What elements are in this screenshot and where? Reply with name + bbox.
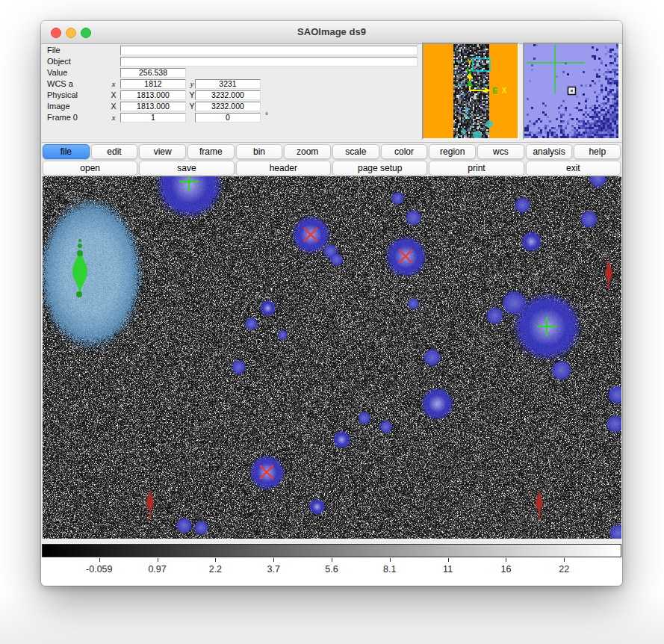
wcs-x-label: x: [109, 79, 118, 89]
object-field[interactable]: [120, 57, 418, 66]
colorbar-tick-mark: [564, 558, 565, 562]
exit-button[interactable]: exit: [526, 161, 621, 176]
menu-file[interactable]: file: [43, 144, 90, 159]
file-button-row: open save header page setup print exit: [43, 161, 621, 176]
menu-color[interactable]: color: [381, 144, 428, 159]
info-row-physical: Physical X 1813.000 Y 3232.000: [41, 90, 418, 100]
colorbar-tick-label: 22: [559, 564, 569, 575]
info-row-object: Object: [41, 57, 418, 66]
menu-zoom[interactable]: zoom: [284, 144, 331, 159]
print-button[interactable]: print: [429, 161, 524, 176]
ds9-window: SAOImage ds9 File Object Value 256.538 W…: [41, 21, 622, 586]
magnifier-canvas[interactable]: [524, 44, 618, 138]
info-row-image: Image X 1813.000 Y 3232.000: [41, 102, 418, 111]
page-setup-button[interactable]: page setup: [332, 161, 427, 176]
image-y-field[interactable]: 3232.000: [195, 102, 261, 111]
info-row-value: Value 256.538: [41, 68, 418, 78]
colorbar-tick-label: 5.6: [325, 564, 338, 575]
sky-image-canvas[interactable]: [43, 176, 621, 539]
colorbar-tick-label: -0.059: [86, 564, 112, 575]
menu-separator: [41, 142, 622, 143]
panner-canvas[interactable]: [423, 44, 518, 138]
frame-label: Frame 0: [47, 113, 78, 123]
magnifier-panel[interactable]: [523, 43, 620, 140]
colorbar-tick-mark: [215, 558, 216, 562]
menu-region[interactable]: region: [429, 144, 476, 159]
colorbar-tick-label: 2.2: [209, 564, 222, 575]
titlebar[interactable]: SAOImage ds9: [41, 21, 622, 44]
colorbar-tick-mark: [99, 558, 100, 562]
menu-frame[interactable]: frame: [187, 144, 235, 159]
menu-analysis[interactable]: analysis: [526, 144, 573, 159]
info-row-wcs: WCS a x 1812 y 3231: [41, 79, 418, 89]
save-button[interactable]: save: [139, 161, 234, 176]
colorbar-tick-mark: [506, 558, 506, 562]
frame-zoom-field[interactable]: 1: [120, 113, 186, 123]
colorbar-tick-mark: [448, 558, 449, 562]
colorbar-tick-label: 3.7: [267, 564, 279, 575]
wcs-y-field[interactable]: 3231: [195, 79, 261, 89]
physical-y-field[interactable]: 3232.000: [195, 90, 261, 100]
physical-label: Physical: [47, 90, 78, 100]
frame-rotate-field[interactable]: 0: [195, 113, 261, 123]
window-title: SAOImage ds9: [41, 21, 622, 43]
colorbar-tick-mark: [332, 558, 332, 562]
colorbar-tick-label: 11: [443, 564, 453, 575]
info-row-file: File: [41, 46, 418, 55]
physical-x-field[interactable]: 1813.000: [120, 90, 186, 100]
colorbar-tick-label: 8.1: [383, 564, 396, 575]
menu-view[interactable]: view: [139, 144, 186, 159]
colorbar-tick-label: 0.97: [148, 564, 166, 575]
value-field[interactable]: 256.538: [120, 68, 186, 78]
frame-zoom-label: x: [109, 113, 118, 123]
wcs-x-field[interactable]: 1812: [120, 79, 186, 89]
wcs-label: WCS a: [47, 79, 73, 89]
physical-x-label: X: [109, 90, 118, 100]
value-label: Value: [47, 68, 67, 78]
info-row-frame: Frame 0 x 1 0 °: [41, 113, 418, 123]
menu-help[interactable]: help: [574, 144, 621, 159]
colorbar-tick-mark: [273, 558, 274, 562]
image-x-label: X: [109, 102, 118, 111]
image-x-field[interactable]: 1813.000: [120, 102, 186, 111]
menu-scale[interactable]: scale: [332, 144, 379, 159]
menu-bin[interactable]: bin: [236, 144, 283, 159]
panner-panel[interactable]: [422, 43, 519, 140]
colorbar-gradient[interactable]: [42, 544, 621, 557]
colorbar-scale: -0.059 0.97 2.2 3.7 5.6 8.1 11 16 22: [41, 557, 622, 586]
header-button[interactable]: header: [236, 161, 331, 176]
image-label: Image: [47, 102, 70, 111]
colorbar-tick-label: 16: [500, 564, 511, 575]
file-label: File: [47, 46, 60, 55]
menu-edit[interactable]: edit: [91, 144, 138, 159]
file-field[interactable]: [120, 46, 418, 55]
colorbar-tick-mark: [390, 558, 391, 562]
colorbar-tick-mark: [158, 558, 158, 562]
menu-wcs[interactable]: wcs: [477, 144, 524, 159]
degree-suffix: °: [265, 111, 268, 120]
open-button[interactable]: open: [43, 161, 137, 176]
menu-button-row: file edit view frame bin zoom scale colo…: [43, 144, 621, 159]
object-label: Object: [47, 57, 71, 66]
